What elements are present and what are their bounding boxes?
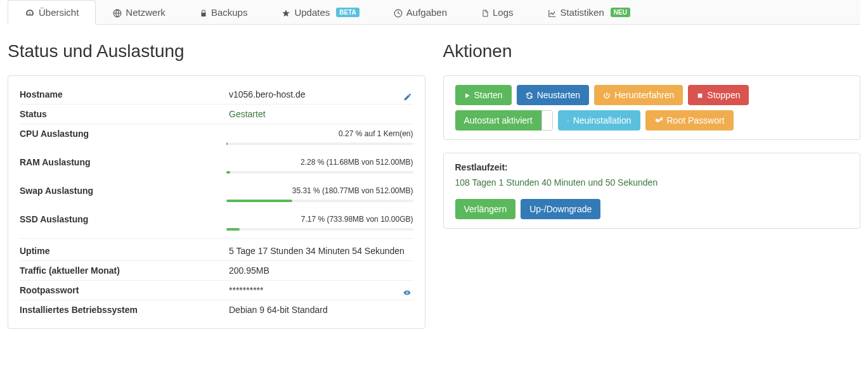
tab-network[interactable]: Netzwerk xyxy=(96,0,183,25)
tab-backups[interactable]: Backups xyxy=(183,0,265,25)
os-value: Debian 9 64-bit Standard xyxy=(229,305,413,315)
row-ssd: SSD Auslastung 7.17 % (733.98MB von 10.0… xyxy=(20,210,413,239)
hostname-label: Hostname xyxy=(20,89,229,99)
row-hostname: Hostname v1056.bero-host.de xyxy=(20,85,413,105)
show-password-icon[interactable] xyxy=(402,287,412,297)
swap-progress xyxy=(226,200,413,202)
btn-label: Neuinstallation xyxy=(573,115,632,125)
rootpw-button[interactable]: Root Passwort xyxy=(645,110,734,131)
rootpw-label: Rootpasswort xyxy=(20,285,229,295)
row-status: Status Gestartet xyxy=(20,105,413,124)
reinstall-button[interactable]: Neuinstallation xyxy=(558,110,640,131)
extend-button[interactable]: Verlängern xyxy=(455,199,516,219)
os-label: Installiertes Betriebssystem xyxy=(20,305,229,315)
status-heading: Status und Auslastung xyxy=(8,41,425,61)
chart-icon xyxy=(548,7,557,17)
row-cpu: CPU Auslastung 0.27 % auf 1 Kern(en) xyxy=(20,124,413,153)
btn-label: Verlängern xyxy=(464,204,507,214)
ssd-value: 7.17 % (733.98MB von 10.00GB) xyxy=(301,215,413,224)
stop-icon xyxy=(697,90,703,100)
refresh-icon xyxy=(526,90,533,100)
clock-icon xyxy=(394,7,403,17)
uptime-label: Uptime xyxy=(20,246,229,256)
lock-icon xyxy=(200,7,207,17)
row-os: Installiertes Betriebssystem Debian 9 64… xyxy=(20,300,413,319)
btn-label: Up-/Downgrade xyxy=(529,204,592,214)
row-rootpw: Rootpasswort ********** xyxy=(20,281,413,300)
svg-rect-2 xyxy=(698,94,703,98)
rootpw-value: ********** xyxy=(229,285,413,295)
tab-label: Netzwerk xyxy=(126,7,165,18)
actions-heading: Aktionen xyxy=(443,41,861,61)
start-button[interactable]: Starten xyxy=(455,85,512,105)
tab-label: Updates xyxy=(294,7,330,18)
power-icon xyxy=(603,90,611,100)
traffic-label: Traffic (aktueller Monat) xyxy=(20,265,229,276)
file-icon xyxy=(481,7,489,17)
row-traffic: Traffic (aktueller Monat) 200.95MB xyxy=(20,261,413,281)
cpu-label: CPU Auslastung xyxy=(20,129,89,139)
tab-label: Statistiken xyxy=(560,7,604,18)
restart-button[interactable]: Neustarten xyxy=(517,85,589,105)
svg-rect-3 xyxy=(567,120,568,122)
svg-rect-4 xyxy=(567,122,568,122)
tab-stats[interactable]: Statistiken NEU xyxy=(531,0,647,25)
tab-label: Aufgaben xyxy=(406,7,447,18)
tab-label: Logs xyxy=(493,7,514,18)
tab-label: Übersicht xyxy=(39,7,79,18)
play-icon xyxy=(464,90,470,100)
status-panel: Hostname v1056.bero-host.de Status Gesta… xyxy=(8,75,425,329)
toggle-handle xyxy=(541,110,553,131)
runtime-label: Restlaufzeit: xyxy=(455,162,849,172)
btn-label: Starten xyxy=(474,90,503,100)
cpu-progress xyxy=(226,143,413,145)
status-label: Status xyxy=(20,109,229,119)
beta-badge: BETA xyxy=(336,8,359,17)
btn-label: Herunterfahren xyxy=(614,90,674,100)
ram-label: RAM Auslastung xyxy=(20,157,90,167)
hostname-value: v1056.bero-host.de xyxy=(229,89,413,99)
btn-label: Autostart aktiviert xyxy=(464,115,533,125)
btn-label: Stoppen xyxy=(707,90,740,100)
ram-progress xyxy=(226,171,413,174)
status-value: Gestartet xyxy=(229,109,413,119)
tab-logs[interactable]: Logs xyxy=(464,0,531,25)
ssd-progress xyxy=(226,228,413,231)
runtime-panel: Restlaufzeit: 108 Tagen 1 Stunden 40 Min… xyxy=(443,153,861,229)
ssd-label: SSD Auslastung xyxy=(20,214,88,224)
row-ram: RAM Auslastung 2.28 % (11.68MB von 512.0… xyxy=(20,153,413,181)
btn-label: Root Passwort xyxy=(667,115,725,125)
row-swap: Swap Auslastung 35.31 % (180.77MB von 51… xyxy=(20,181,413,210)
tab-updates[interactable]: Updates BETA xyxy=(264,0,376,25)
swap-label: Swap Auslastung xyxy=(20,186,93,196)
autostart-toggle[interactable]: Autostart aktiviert xyxy=(455,110,553,131)
stop-button[interactable]: Stoppen xyxy=(688,85,749,105)
tab-bar: Übersicht Netzwerk Backups Updates BETA … xyxy=(8,0,860,25)
cpu-value: 0.27 % auf 1 Kern(en) xyxy=(339,129,413,138)
new-badge: NEU xyxy=(611,8,630,17)
ram-value: 2.28 % (11.68MB von 512.00MB) xyxy=(301,158,413,167)
actions-panel: Starten Neustarten Herunterfahren Stoppe… xyxy=(443,75,861,140)
edit-hostname-icon[interactable] xyxy=(403,91,412,101)
tab-label: Backups xyxy=(211,7,248,18)
row-uptime: Uptime 5 Tage 17 Stunden 34 Minuten 54 S… xyxy=(20,241,413,261)
star-icon xyxy=(282,7,290,17)
globe-icon xyxy=(113,7,122,17)
exclamation-icon xyxy=(567,115,569,125)
btn-label: Neustarten xyxy=(537,90,580,100)
dashboard-icon xyxy=(25,7,35,17)
key-icon xyxy=(654,115,663,125)
swap-value: 35.31 % (180.77MB von 512.00MB) xyxy=(292,186,413,195)
shutdown-button[interactable]: Herunterfahren xyxy=(594,85,683,105)
traffic-value: 200.95MB xyxy=(229,265,413,276)
tab-tasks[interactable]: Aufgaben xyxy=(377,0,464,25)
runtime-value: 108 Tagen 1 Stunden 40 Minuten und 50 Se… xyxy=(455,177,849,188)
updown-button[interactable]: Up-/Downgrade xyxy=(521,199,600,219)
tab-overview[interactable]: Übersicht xyxy=(8,0,96,25)
uptime-value: 5 Tage 17 Stunden 34 Minuten 54 Sekunden xyxy=(229,246,413,256)
